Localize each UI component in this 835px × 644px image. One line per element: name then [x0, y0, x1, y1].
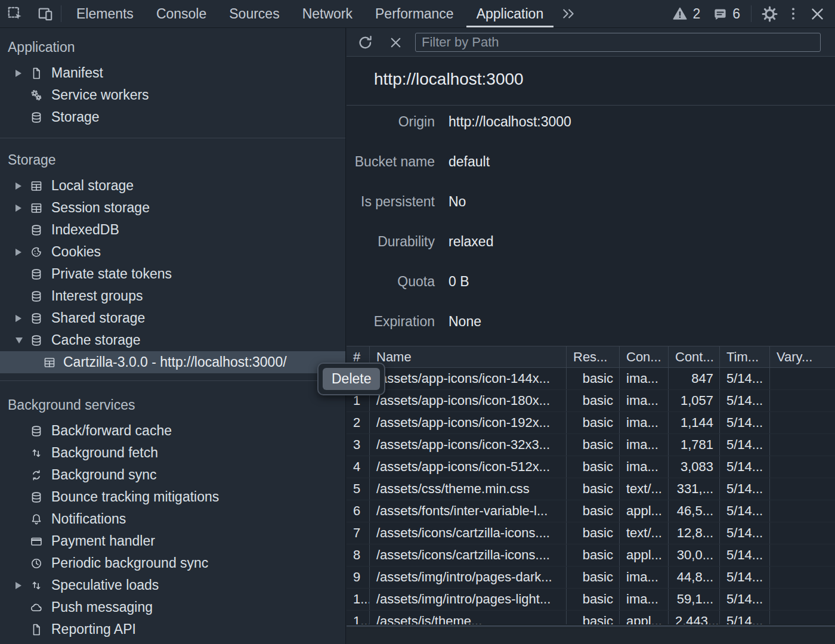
- cache-entry-row[interactable]: 3/assets/app-icons/icon-32x3...basicima.…: [347, 434, 835, 456]
- tab-console[interactable]: Console: [145, 0, 218, 27]
- cache-entry-row[interactable]: 2/assets/app-icons/icon-192x...basicima.…: [347, 412, 835, 434]
- sidebar-item-push-messaging[interactable]: Push messaging: [0, 596, 345, 618]
- entry-time-cached: 5/14...: [720, 544, 770, 566]
- cache-entry-row[interactable]: 1/assets/app-icons/icon-180x...basicima.…: [347, 390, 835, 412]
- tab-performance[interactable]: Performance: [364, 0, 465, 27]
- database-icon: [30, 290, 43, 303]
- entry-index: 6: [347, 500, 370, 522]
- sidebar-item-interest-groups[interactable]: Interest groups: [0, 285, 345, 307]
- cache-entry-row[interactable]: 7/assets/icons/cartzilla-icons....basict…: [347, 522, 835, 544]
- sidebar-item-storage[interactable]: Storage: [0, 106, 345, 128]
- column-header-name[interactable]: Name: [370, 346, 567, 367]
- more-tabs-button[interactable]: [555, 0, 582, 27]
- sidebar-item-notifications[interactable]: Notifications: [0, 508, 345, 530]
- cache-entry-row[interactable]: 4/assets/app-icons/icon-512x...basicima.…: [347, 456, 835, 478]
- filter-by-path-input[interactable]: [415, 33, 821, 52]
- cache-entry-row[interactable]: 6/assets/fonts/inter-variable-l...basica…: [347, 500, 835, 522]
- sidebar-item-label: Cookies: [51, 244, 101, 260]
- column-header-vary[interactable]: Vary...: [770, 346, 835, 367]
- sidebar-item-indexeddb[interactable]: IndexedDB: [0, 219, 345, 241]
- sidebar-item-reporting-api[interactable]: Reporting API: [0, 618, 345, 640]
- refresh-button[interactable]: [356, 33, 374, 51]
- sidebar-item-session-storage[interactable]: Session storage: [0, 197, 345, 219]
- clear-cache-button[interactable]: [386, 33, 404, 51]
- entry-vary-header: [770, 456, 835, 478]
- sidebar-item-shared-storage[interactable]: Shared storage: [0, 307, 345, 329]
- column-header-con[interactable]: Con...: [620, 346, 669, 367]
- database-icon: [30, 312, 43, 325]
- toggle-device-toolbar-button[interactable]: [30, 0, 61, 27]
- tab-network[interactable]: Network: [291, 0, 364, 27]
- detail-row-quota: Quota0 B: [347, 265, 835, 305]
- detail-value: None: [449, 314, 481, 345]
- entry-response-type: basic: [567, 368, 620, 389]
- cache-entry-row[interactable]: 1.../assets/img/intro/pages-light...basi…: [347, 589, 835, 611]
- entry-content-length: 44,8...: [669, 566, 720, 588]
- sidebar-item-service-workers[interactable]: Service workers: [0, 84, 345, 106]
- sidebar-item-label: Notifications: [51, 511, 126, 527]
- expander-right-icon[interactable]: [16, 205, 30, 212]
- sidebar-item-background-sync[interactable]: Background sync: [0, 464, 345, 486]
- sidebar-section-application: ApplicationManifestService workersStorag…: [0, 28, 345, 138]
- context-menu-item-delete[interactable]: Delete: [323, 368, 380, 390]
- sidebar-item-speculative-loads[interactable]: Speculative loads: [0, 574, 345, 596]
- cache-entry-row[interactable]: 1.../assets/js/theme...basicappl...2,443…: [347, 611, 835, 624]
- expander-right-icon[interactable]: [16, 182, 30, 190]
- sidebar-item-cache-storage[interactable]: Cache storage: [0, 329, 345, 351]
- expander-right-icon[interactable]: [16, 315, 30, 322]
- tab-sources[interactable]: Sources: [218, 0, 290, 27]
- sidebar-item-back-forward-cache[interactable]: Back/forward cache: [0, 420, 345, 442]
- expander-right-icon[interactable]: [16, 582, 30, 589]
- entry-index: 1...: [347, 611, 370, 624]
- devtools-toolbar: ElementsConsoleSourcesNetworkPerformance…: [0, 0, 835, 28]
- entry-content-length: 847: [669, 368, 720, 389]
- sidebar-item-cookies[interactable]: Cookies: [0, 241, 345, 263]
- column-header-res[interactable]: Res...: [567, 346, 620, 367]
- sidebar-item-cartzilla-3-0-0-http-localhost-3000[interactable]: Cartzilla-3.0.0 - http://localhost:3000/: [0, 351, 345, 373]
- expander-down-icon[interactable]: [16, 338, 30, 343]
- console-messages-button[interactable]: [710, 0, 730, 28]
- column-header-tim[interactable]: Tim...: [720, 346, 770, 367]
- section-header-application: Application: [0, 36, 345, 58]
- menu-button[interactable]: [781, 0, 805, 28]
- tab-elements[interactable]: Elements: [65, 0, 145, 27]
- entry-time-cached: 5/14...: [720, 589, 770, 610]
- entry-time-cached: 5/14...: [720, 434, 770, 456]
- entry-name: /assets/app-icons/icon-192x...: [370, 412, 567, 434]
- table-body: 0/assets/app-icons/icon-144x...basicima.…: [347, 368, 835, 624]
- sidebar-item-label: Cartzilla-3.0.0 - http://localhost:3000/: [63, 354, 287, 370]
- sidebar-item-label: Storage: [51, 109, 100, 125]
- inspect-element-button[interactable]: [0, 0, 30, 27]
- file-icon: [30, 67, 43, 80]
- entry-name: /assets/img/intro/pages-light...: [370, 589, 567, 610]
- expander-right-icon[interactable]: [16, 70, 30, 77]
- tab-application[interactable]: Application: [465, 0, 555, 27]
- sidebar-item-background-fetch[interactable]: Background fetch: [0, 442, 345, 464]
- entry-content-length: 1,057: [669, 390, 720, 411]
- sidebar-item-payment-handler[interactable]: Payment handler: [0, 530, 345, 552]
- cache-storage-panel: http://localhost:3000 Originhttp://local…: [347, 28, 835, 644]
- column-header-cont[interactable]: Cont...: [669, 346, 720, 367]
- warnings-button[interactable]: [670, 0, 690, 28]
- entry-vary-header: [770, 390, 835, 411]
- sidebar-item-private-state-tokens[interactable]: Private state tokens: [0, 263, 345, 285]
- cache-entry-row[interactable]: 9/assets/img/intro/pages-dark...basicima…: [347, 566, 835, 589]
- sync-icon: [30, 469, 43, 482]
- cache-entry-row[interactable]: 0/assets/app-icons/icon-144x...basicima.…: [347, 368, 835, 390]
- close-devtools-button[interactable]: [805, 0, 829, 28]
- sidebar-item-manifest[interactable]: Manifest: [0, 62, 345, 84]
- cache-entry-row[interactable]: 8/assets/icons/cartzilla-icons....basica…: [347, 544, 835, 566]
- cache-entry-row[interactable]: 5/assets/css/theme.min.cssbasictext/...3…: [347, 478, 835, 500]
- sidebar-item-bounce-tracking-mitigations[interactable]: Bounce tracking mitigations: [0, 486, 345, 508]
- gear-icon: [762, 6, 778, 22]
- entry-name: /assets/fonts/inter-variable-l...: [370, 500, 567, 522]
- detail-row-origin: Originhttp://localhost:3000: [347, 106, 835, 145]
- origin-title: http://localhost:3000: [374, 70, 524, 89]
- sidebar-item-periodic-background-sync[interactable]: Periodic background sync: [0, 552, 345, 574]
- sidebar-item-label: IndexedDB: [51, 222, 119, 238]
- expander-right-icon[interactable]: [16, 249, 30, 256]
- settings-button[interactable]: [757, 0, 781, 28]
- sidebar-item-local-storage[interactable]: Local storage: [0, 175, 345, 197]
- database-icon: [30, 111, 43, 124]
- card-icon: [30, 535, 43, 548]
